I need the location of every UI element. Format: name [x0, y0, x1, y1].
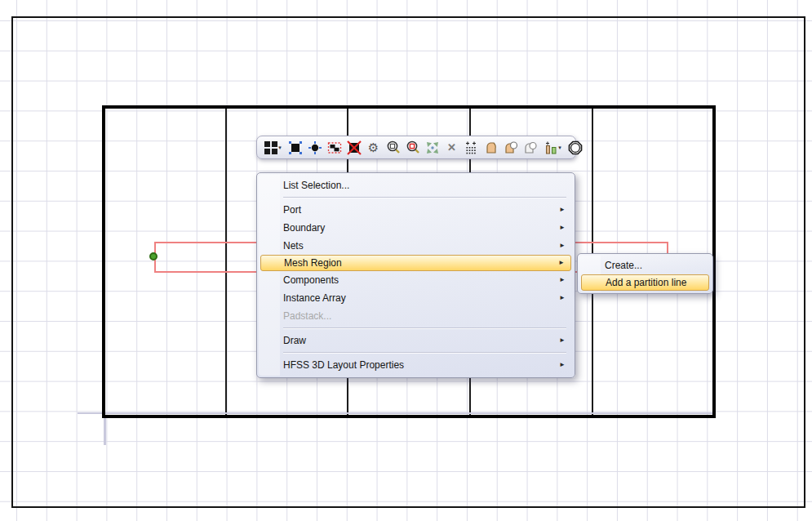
dropdown-arrow-icon: ▾ — [558, 145, 561, 151]
menu-item-label: List Selection... — [283, 180, 349, 191]
zoom-selection-icon[interactable] — [403, 139, 422, 157]
menu-item-padstack: Padstack... — [259, 307, 573, 325]
submenu-arrow-icon: ► — [559, 237, 566, 255]
submenu-item-create[interactable]: Create... — [579, 256, 711, 274]
submenu-arrow-icon: ► — [559, 356, 566, 374]
octagon-shape-icon[interactable] — [566, 139, 584, 157]
menu-item-label: Boundary — [283, 222, 325, 234]
menu-item-components[interactable]: Components ► — [259, 271, 573, 289]
clone-shape-icon[interactable] — [521, 139, 539, 157]
menu-item-mesh-region[interactable]: Mesh Region ► — [260, 255, 571, 271]
menu-separator — [283, 352, 566, 354]
menu-item-port[interactable]: Port ► — [259, 201, 573, 219]
floating-toolbar: ▾ ⚙ ✕ — [256, 136, 576, 159]
menu-item-label: Components — [283, 274, 339, 286]
mesh-region-submenu: Create... Add a partition line — [577, 253, 713, 294]
selection-mode-grid-icon[interactable]: ▾ — [260, 139, 285, 157]
menu-item-draw[interactable]: Draw ► — [259, 332, 573, 350]
layout-canvas[interactable]: ▾ ⚙ ✕ — [0, 0, 812, 521]
select-point-icon[interactable] — [305, 139, 324, 157]
menu-item-label: Padstack... — [283, 310, 331, 322]
submenu-arrow-icon: ► — [559, 289, 566, 307]
submenu-arrow-icon: ► — [559, 201, 566, 219]
snap-grid-icon[interactable] — [462, 139, 481, 157]
settings-gear-icon[interactable]: ⚙ — [364, 139, 383, 157]
submenu-arrow-icon: ► — [559, 219, 566, 237]
menu-item-label: Instance Array — [283, 292, 346, 304]
draw-polygon-icon[interactable] — [481, 139, 500, 157]
menu-item-label: Create... — [605, 260, 642, 271]
menu-item-label: Draw — [283, 335, 306, 346]
select-area-icon[interactable] — [325, 139, 344, 157]
menu-item-label: Nets — [283, 240, 304, 252]
submenu-arrow-icon: ► — [559, 271, 566, 289]
submenu-item-add-partition-line[interactable]: Add a partition line — [581, 274, 709, 291]
menu-item-list-selection[interactable]: List Selection... — [259, 176, 573, 194]
dropdown-arrow-icon: ▾ — [278, 145, 282, 151]
select-object-icon[interactable] — [286, 139, 304, 157]
fit-all-icon[interactable] — [423, 139, 441, 157]
draw-circle-icon[interactable] — [501, 139, 520, 157]
vertex-dot[interactable] — [149, 252, 158, 260]
submenu-arrow-icon: ► — [558, 256, 565, 270]
delete-icon[interactable]: ✕ — [442, 139, 461, 157]
menu-item-label: HFSS 3D Layout Properties — [283, 359, 404, 371]
major-grid-line-stub — [104, 418, 106, 445]
menu-separator — [283, 197, 566, 198]
menu-item-nets[interactable]: Nets ► — [259, 237, 573, 255]
deselect-icon[interactable] — [344, 139, 363, 157]
zoom-window-icon[interactable] — [384, 139, 402, 157]
submenu-arrow-icon: ► — [559, 332, 566, 350]
context-menu: List Selection... Port ► Boundary ► Nets… — [256, 172, 575, 378]
menu-item-label: Add a partition line — [606, 277, 686, 288]
menu-separator — [283, 327, 566, 329]
menu-item-hfss-3d-layout-properties[interactable]: HFSS 3D Layout Properties ► — [259, 356, 573, 374]
menu-item-boundary[interactable]: Boundary ► — [259, 219, 573, 237]
menu-item-instance-array[interactable]: Instance Array ► — [259, 289, 573, 307]
menu-item-label: Port — [283, 204, 301, 216]
dimension-measure-icon[interactable]: ▾ — [540, 139, 565, 157]
menu-item-label: Mesh Region — [284, 257, 342, 269]
